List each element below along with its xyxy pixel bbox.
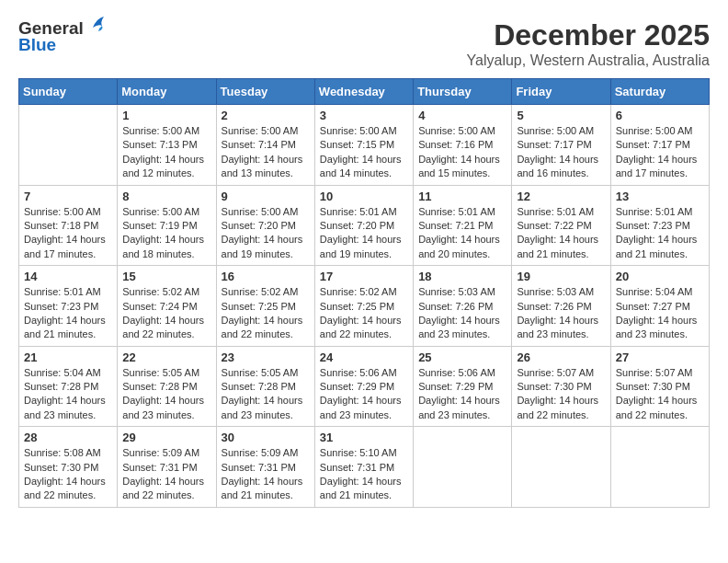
day-number: 21	[24, 350, 112, 364]
calendar-header-row: SundayMondayTuesdayWednesdayThursdayFrid…	[19, 79, 710, 105]
location-subtitle: Yalyalup, Western Australia, Australia	[467, 52, 710, 69]
day-info: Sunrise: 5:01 AMSunset: 7:22 PMDaylight:…	[517, 205, 605, 262]
day-info: Sunrise: 5:04 AMSunset: 7:28 PMDaylight:…	[24, 366, 112, 423]
day-info: Sunrise: 5:01 AMSunset: 7:23 PMDaylight:…	[616, 205, 704, 262]
day-number: 6	[616, 109, 704, 122]
calendar-cell: 7Sunrise: 5:00 AMSunset: 7:18 PMDaylight…	[19, 185, 118, 266]
calendar-cell: 5Sunrise: 5:00 AMSunset: 7:17 PMDaylight…	[512, 105, 610, 186]
day-info: Sunrise: 5:00 AMSunset: 7:13 PMDaylight:…	[122, 124, 210, 181]
day-info: Sunrise: 5:03 AMSunset: 7:26 PMDaylight:…	[517, 285, 605, 342]
calendar-cell: 11Sunrise: 5:01 AMSunset: 7:21 PMDayligh…	[414, 185, 512, 266]
day-number: 30	[222, 431, 310, 444]
day-number: 12	[517, 190, 605, 203]
day-info: Sunrise: 5:00 AMSunset: 7:19 PMDaylight:…	[122, 205, 210, 262]
day-number: 27	[616, 350, 704, 364]
day-number: 17	[320, 270, 408, 283]
day-number: 29	[122, 431, 210, 444]
day-number: 23	[222, 350, 310, 364]
calendar-cell: 29Sunrise: 5:09 AMSunset: 7:31 PMDayligh…	[118, 427, 216, 508]
day-number: 24	[320, 350, 408, 364]
page-header: General Blue December 2025 Yalyalup, Wes…	[18, 18, 710, 69]
day-number: 1	[122, 109, 210, 122]
calendar-cell: 1Sunrise: 5:00 AMSunset: 7:13 PMDaylight…	[118, 105, 216, 186]
weekday-header-monday: Monday	[118, 79, 216, 105]
calendar-week-row: 28Sunrise: 5:08 AMSunset: 7:30 PMDayligh…	[19, 427, 710, 508]
day-number: 16	[222, 270, 310, 283]
day-number: 2	[222, 109, 310, 122]
calendar-cell	[19, 105, 118, 186]
day-number: 25	[418, 350, 506, 364]
day-info: Sunrise: 5:01 AMSunset: 7:21 PMDaylight:…	[418, 205, 506, 262]
day-info: Sunrise: 5:00 AMSunset: 7:18 PMDaylight:…	[24, 205, 112, 262]
logo: General Blue	[18, 18, 106, 55]
month-title: December 2025	[467, 18, 710, 52]
calendar-cell: 28Sunrise: 5:08 AMSunset: 7:30 PMDayligh…	[19, 427, 118, 508]
day-number: 26	[517, 350, 605, 364]
day-number: 8	[122, 190, 210, 203]
calendar-cell: 19Sunrise: 5:03 AMSunset: 7:26 PMDayligh…	[512, 266, 610, 347]
calendar-cell: 31Sunrise: 5:10 AMSunset: 7:31 PMDayligh…	[314, 427, 413, 508]
day-info: Sunrise: 5:04 AMSunset: 7:27 PMDaylight:…	[616, 285, 704, 342]
calendar-cell	[512, 427, 610, 508]
day-number: 14	[24, 270, 112, 283]
calendar-cell: 4Sunrise: 5:00 AMSunset: 7:16 PMDaylight…	[414, 105, 512, 186]
day-info: Sunrise: 5:09 AMSunset: 7:31 PMDaylight:…	[122, 446, 210, 503]
day-number: 3	[320, 109, 408, 122]
day-number: 31	[320, 431, 408, 444]
calendar-cell: 6Sunrise: 5:00 AMSunset: 7:17 PMDaylight…	[610, 105, 709, 186]
day-number: 9	[222, 190, 310, 203]
day-number: 20	[616, 270, 704, 283]
day-number: 28	[24, 431, 112, 444]
day-info: Sunrise: 5:00 AMSunset: 7:17 PMDaylight:…	[517, 124, 605, 181]
calendar-cell	[610, 427, 709, 508]
day-number: 22	[122, 350, 210, 364]
calendar-cell: 30Sunrise: 5:09 AMSunset: 7:31 PMDayligh…	[216, 427, 314, 508]
calendar-cell: 20Sunrise: 5:04 AMSunset: 7:27 PMDayligh…	[610, 266, 709, 347]
day-info: Sunrise: 5:02 AMSunset: 7:24 PMDaylight:…	[122, 285, 210, 342]
calendar-cell: 3Sunrise: 5:00 AMSunset: 7:15 PMDaylight…	[314, 105, 413, 186]
weekday-header-thursday: Thursday	[414, 79, 512, 105]
weekday-header-sunday: Sunday	[19, 79, 118, 105]
calendar-cell	[414, 427, 512, 508]
day-info: Sunrise: 5:10 AMSunset: 7:31 PMDaylight:…	[320, 446, 408, 503]
calendar-cell: 18Sunrise: 5:03 AMSunset: 7:26 PMDayligh…	[414, 266, 512, 347]
calendar-cell: 17Sunrise: 5:02 AMSunset: 7:25 PMDayligh…	[314, 266, 413, 347]
weekday-header-tuesday: Tuesday	[216, 79, 314, 105]
calendar-cell: 9Sunrise: 5:00 AMSunset: 7:20 PMDaylight…	[216, 185, 314, 266]
day-info: Sunrise: 5:00 AMSunset: 7:15 PMDaylight:…	[320, 124, 408, 181]
day-info: Sunrise: 5:06 AMSunset: 7:29 PMDaylight:…	[320, 366, 408, 423]
calendar-week-row: 7Sunrise: 5:00 AMSunset: 7:18 PMDaylight…	[19, 185, 710, 266]
calendar-cell: 8Sunrise: 5:00 AMSunset: 7:19 PMDaylight…	[118, 185, 216, 266]
day-info: Sunrise: 5:03 AMSunset: 7:26 PMDaylight:…	[418, 285, 506, 342]
calendar-cell: 13Sunrise: 5:01 AMSunset: 7:23 PMDayligh…	[610, 185, 709, 266]
day-info: Sunrise: 5:09 AMSunset: 7:31 PMDaylight:…	[222, 446, 310, 503]
day-info: Sunrise: 5:05 AMSunset: 7:28 PMDaylight:…	[222, 366, 310, 423]
day-number: 13	[616, 190, 704, 203]
day-number: 7	[24, 190, 112, 203]
day-number: 15	[122, 270, 210, 283]
day-info: Sunrise: 5:01 AMSunset: 7:20 PMDaylight:…	[320, 205, 408, 262]
calendar-cell: 25Sunrise: 5:06 AMSunset: 7:29 PMDayligh…	[414, 346, 512, 427]
calendar-week-row: 14Sunrise: 5:01 AMSunset: 7:23 PMDayligh…	[19, 266, 710, 347]
day-info: Sunrise: 5:00 AMSunset: 7:14 PMDaylight:…	[222, 124, 310, 181]
weekday-header-saturday: Saturday	[610, 79, 709, 105]
day-info: Sunrise: 5:06 AMSunset: 7:29 PMDaylight:…	[418, 366, 506, 423]
calendar-cell: 15Sunrise: 5:02 AMSunset: 7:24 PMDayligh…	[118, 266, 216, 347]
day-info: Sunrise: 5:02 AMSunset: 7:25 PMDaylight:…	[222, 285, 310, 342]
calendar-week-row: 21Sunrise: 5:04 AMSunset: 7:28 PMDayligh…	[19, 346, 710, 427]
day-number: 5	[517, 109, 605, 122]
day-info: Sunrise: 5:01 AMSunset: 7:23 PMDaylight:…	[24, 285, 112, 342]
logo-bird-icon	[85, 15, 106, 35]
calendar-cell: 12Sunrise: 5:01 AMSunset: 7:22 PMDayligh…	[512, 185, 610, 266]
weekday-header-wednesday: Wednesday	[314, 79, 413, 105]
calendar-cell: 16Sunrise: 5:02 AMSunset: 7:25 PMDayligh…	[216, 266, 314, 347]
calendar-cell: 2Sunrise: 5:00 AMSunset: 7:14 PMDaylight…	[216, 105, 314, 186]
calendar-cell: 21Sunrise: 5:04 AMSunset: 7:28 PMDayligh…	[19, 346, 118, 427]
title-block: December 2025 Yalyalup, Western Australi…	[467, 18, 710, 69]
day-info: Sunrise: 5:07 AMSunset: 7:30 PMDaylight:…	[517, 366, 605, 423]
day-number: 11	[418, 190, 506, 203]
calendar-cell: 27Sunrise: 5:07 AMSunset: 7:30 PMDayligh…	[610, 346, 709, 427]
day-info: Sunrise: 5:00 AMSunset: 7:20 PMDaylight:…	[222, 205, 310, 262]
day-info: Sunrise: 5:00 AMSunset: 7:17 PMDaylight:…	[616, 124, 704, 181]
calendar-table: SundayMondayTuesdayWednesdayThursdayFrid…	[18, 78, 710, 508]
